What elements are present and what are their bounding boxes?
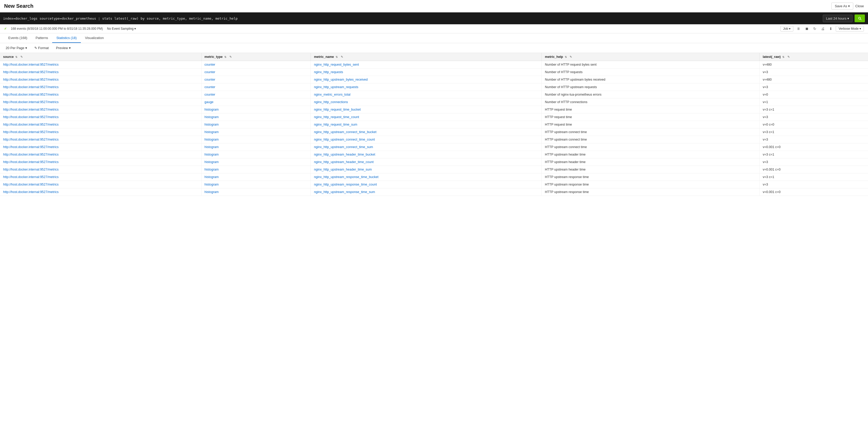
table-cell[interactable]: nginx_http_request_time_sum bbox=[311, 121, 542, 128]
table-cell[interactable]: nginx_http_request_time_count bbox=[311, 114, 542, 121]
col-metric-help[interactable]: metric_help ⇅ ✎ bbox=[542, 53, 760, 61]
table-cell: HTTP upstream connect time bbox=[542, 128, 760, 136]
table-row: http://host.docker.internal:9527/metrics… bbox=[0, 106, 868, 114]
table-cell[interactable]: histogram bbox=[201, 188, 311, 196]
col-metric-name[interactable]: metric_name ⇅ ✎ bbox=[311, 53, 542, 61]
print-button[interactable]: 🖨 bbox=[820, 26, 826, 32]
tab-patterns[interactable]: Patterns bbox=[32, 33, 52, 43]
search-query-prefix: index=docker_logs sourcetype=docker_prom… bbox=[3, 17, 96, 21]
search-button[interactable] bbox=[855, 14, 865, 22]
tab-events[interactable]: Events (168) bbox=[4, 33, 32, 43]
table-cell[interactable]: nginx_http_upstream_bytes_received bbox=[311, 76, 542, 84]
table-cell[interactable]: counter bbox=[201, 68, 311, 76]
per-page-button[interactable]: 20 Per Page ▾ bbox=[4, 45, 29, 51]
table-cell[interactable]: http://host.docker.internal:9527/metrics bbox=[0, 136, 201, 144]
format-button[interactable]: ✎ Format bbox=[33, 45, 51, 51]
table-cell[interactable]: counter bbox=[201, 76, 311, 84]
table-cell[interactable]: gauge bbox=[201, 98, 311, 106]
table-cell[interactable]: nginx_http_request_bytes_sent bbox=[311, 61, 542, 68]
tabs-bar: Events (168) Patterns Statistics (18) Vi… bbox=[0, 33, 868, 43]
table-cell[interactable]: nginx_http_upstream_connect_time_bucket bbox=[311, 128, 542, 136]
table-cell[interactable]: http://host.docker.internal:9527/metrics bbox=[0, 128, 201, 136]
table-cell[interactable]: nginx_http_upstream_response_time_bucket bbox=[311, 174, 542, 181]
table-cell[interactable]: nginx_http_upstream_header_time_sum bbox=[311, 166, 542, 174]
table-cell[interactable]: http://host.docker.internal:9527/metrics bbox=[0, 76, 201, 84]
table-cell[interactable]: counter bbox=[201, 84, 311, 91]
col-latest-raw[interactable]: latest(_raw) ⇅ ✎ bbox=[760, 53, 868, 61]
preview-button[interactable]: Preview ▾ bbox=[55, 45, 72, 51]
table-cell[interactable]: histogram bbox=[201, 136, 311, 144]
close-button[interactable]: Close bbox=[855, 4, 864, 8]
pause-button[interactable]: ⏸ bbox=[796, 26, 802, 32]
table-cell[interactable]: http://host.docker.internal:9527/metrics bbox=[0, 158, 201, 166]
table-cell[interactable]: nginx_http_upstream_response_time_sum bbox=[311, 188, 542, 196]
table-cell[interactable]: http://host.docker.internal:9527/metrics bbox=[0, 61, 201, 68]
table-cell: HTTP upstream header time bbox=[542, 151, 760, 158]
table-cell[interactable]: histogram bbox=[201, 144, 311, 151]
table-cell[interactable]: histogram bbox=[201, 121, 311, 128]
table-cell[interactable]: nginx_http_upstream_connect_time_sum bbox=[311, 144, 542, 151]
table-cell[interactable]: http://host.docker.internal:9527/metrics bbox=[0, 144, 201, 151]
table-cell[interactable]: nginx_http_requests bbox=[311, 68, 542, 76]
table-cell[interactable]: nginx_http_upstream_header_time_count bbox=[311, 158, 542, 166]
table-cell[interactable]: histogram bbox=[201, 128, 311, 136]
table-cell[interactable]: counter bbox=[201, 91, 311, 98]
table-cell[interactable]: nginx_metric_errors_total bbox=[311, 91, 542, 98]
edit-icon-metric-name[interactable]: ✎ bbox=[341, 55, 343, 58]
table-cell: v=3 bbox=[760, 158, 868, 166]
stop-button[interactable]: ⏹ bbox=[804, 26, 810, 32]
search-input-area[interactable]: index=docker_logs sourcetype=docker_prom… bbox=[3, 17, 821, 21]
edit-icon-metric-help[interactable]: ✎ bbox=[570, 55, 572, 58]
time-range-button[interactable]: Last 24 hours ▾ bbox=[823, 15, 852, 22]
edit-icon-latest[interactable]: ✎ bbox=[787, 55, 790, 58]
table-cell[interactable]: histogram bbox=[201, 106, 311, 114]
table-cell[interactable]: histogram bbox=[201, 174, 311, 181]
table-cell[interactable]: http://host.docker.internal:9527/metrics bbox=[0, 166, 201, 174]
table-cell: v=3 bbox=[760, 68, 868, 76]
edit-icon-source[interactable]: ✎ bbox=[21, 55, 23, 58]
table-cell[interactable]: nginx_http_upstream_header_time_bucket bbox=[311, 151, 542, 158]
tab-statistics[interactable]: Statistics (18) bbox=[52, 33, 81, 43]
search-bar: index=docker_logs sourcetype=docker_prom… bbox=[0, 12, 868, 24]
table-row: http://host.docker.internal:9527/metrics… bbox=[0, 98, 868, 106]
job-button[interactable]: Job ▾ bbox=[780, 26, 794, 32]
table-cell[interactable]: http://host.docker.internal:9527/metrics bbox=[0, 106, 201, 114]
table-cell[interactable]: http://host.docker.internal:9527/metrics bbox=[0, 181, 201, 188]
table-cell[interactable]: http://host.docker.internal:9527/metrics bbox=[0, 84, 201, 91]
table-row: http://host.docker.internal:9527/metrics… bbox=[0, 114, 868, 121]
table-cell[interactable]: http://host.docker.internal:9527/metrics bbox=[0, 188, 201, 196]
table-cell[interactable]: http://host.docker.internal:9527/metrics bbox=[0, 151, 201, 158]
table-cell[interactable]: histogram bbox=[201, 158, 311, 166]
header: New Search Save As ▾ Close bbox=[0, 0, 868, 12]
table-cell: HTTP request time bbox=[542, 121, 760, 128]
tab-visualization[interactable]: Visualization bbox=[81, 33, 108, 43]
search-pipe: | bbox=[99, 17, 99, 21]
table-cell[interactable]: http://host.docker.internal:9527/metrics bbox=[0, 174, 201, 181]
table-cell[interactable]: http://host.docker.internal:9527/metrics bbox=[0, 114, 201, 121]
table-cell[interactable]: histogram bbox=[201, 166, 311, 174]
export-button[interactable]: ⬇ bbox=[828, 26, 834, 32]
table-cell[interactable]: counter bbox=[201, 61, 311, 68]
edit-icon-metric-type[interactable]: ✎ bbox=[229, 55, 232, 58]
table-cell[interactable]: histogram bbox=[201, 181, 311, 188]
table-cell[interactable]: nginx_http_connections bbox=[311, 98, 542, 106]
col-metric-type[interactable]: metric_type ⇅ ✎ bbox=[201, 53, 311, 61]
table-cell: HTTP upstream connect time bbox=[542, 144, 760, 151]
table-cell[interactable]: http://host.docker.internal:9527/metrics bbox=[0, 91, 201, 98]
table-cell[interactable]: histogram bbox=[201, 114, 311, 121]
table-cell[interactable]: nginx_http_upstream_requests bbox=[311, 84, 542, 91]
refresh-button[interactable]: ↻ bbox=[812, 26, 817, 32]
save-as-button[interactable]: Save As ▾ bbox=[831, 3, 853, 9]
col-source[interactable]: source ⇅ ✎ bbox=[0, 53, 201, 61]
table-cell: HTTP upstream header time bbox=[542, 158, 760, 166]
table-cell[interactable]: histogram bbox=[201, 151, 311, 158]
table-cell[interactable]: nginx_http_upstream_response_time_count bbox=[311, 181, 542, 188]
status-bar: ✓ 168 events (8/30/18 11:00:00.000 PM to… bbox=[0, 24, 868, 33]
verbose-button[interactable]: Verbose Mode ▾ bbox=[836, 26, 864, 32]
table-cell[interactable]: http://host.docker.internal:9527/metrics bbox=[0, 98, 201, 106]
table-cell[interactable]: http://host.docker.internal:9527/metrics bbox=[0, 121, 201, 128]
sampling-button[interactable]: No Event Sampling ▾ bbox=[107, 27, 136, 30]
table-cell[interactable]: nginx_http_request_time_bucket bbox=[311, 106, 542, 114]
table-cell[interactable]: nginx_http_upstream_connect_time_count bbox=[311, 136, 542, 144]
table-cell[interactable]: http://host.docker.internal:9527/metrics bbox=[0, 68, 201, 76]
